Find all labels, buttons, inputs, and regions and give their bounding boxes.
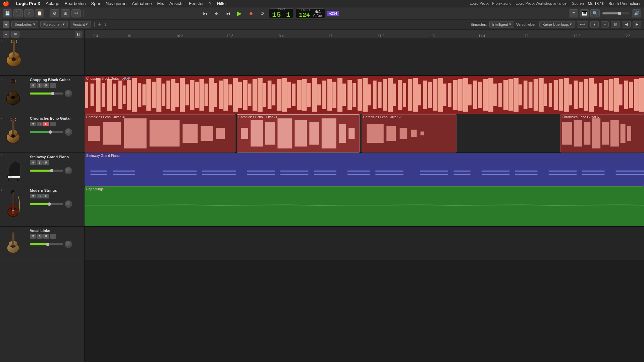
snap-btn[interactable]: ⟺ — [577, 21, 588, 27]
strings-fader[interactable] — [30, 203, 63, 205]
tempo-value[interactable]: 124 — [299, 12, 310, 18]
piano-fader[interactable] — [30, 170, 63, 172]
verschieben-label: Verschieben: — [516, 22, 538, 26]
funktionen-menu[interactable]: Funktionen ▾ — [40, 21, 67, 27]
strings-fader-knob[interactable] — [48, 202, 51, 206]
piano-pan[interactable] — [65, 167, 72, 174]
record-button[interactable]: ⏺ — [246, 9, 256, 17]
vocal-mute-btn[interactable]: M — [30, 234, 36, 239]
region-piano[interactable]: Steinway Grand Piano — [85, 153, 644, 186]
strings-record-btn[interactable]: R — [43, 194, 49, 198]
echo-record-btn[interactable]: R — [43, 122, 49, 126]
chopping-solo-btn[interactable]: S — [37, 83, 43, 88]
track-collapse-btn[interactable]: ◧ — [75, 31, 82, 38]
piano-mute-btn[interactable]: M — [30, 160, 36, 165]
echo-fader[interactable] — [30, 131, 63, 133]
region-echo-6[interactable]: Chronicles Echo Guitar.6 — [560, 114, 644, 153]
ruler-12-2: 12 2 — [574, 34, 580, 38]
tool-pointer[interactable]: ✛ — [98, 22, 102, 27]
mixer-button[interactable]: ≡ — [569, 9, 578, 17]
transport-position[interactable]: 15 1 — [272, 11, 291, 19]
output-button[interactable]: 🔊 — [632, 9, 641, 17]
piano-fader-knob[interactable] — [50, 169, 53, 172]
track-view-btn[interactable]: ⊞ — [11, 31, 19, 38]
grid-button[interactable]: ⊞ — [61, 9, 70, 17]
menu-mix[interactable]: Mix — [157, 1, 164, 6]
svg-rect-179 — [201, 126, 213, 141]
vocal-record-btn[interactable]: R — [43, 234, 49, 239]
strings-solo-btn[interactable]: S — [37, 194, 43, 198]
goto-start-button[interactable]: ⏮ — [223, 9, 233, 17]
svg-point-10 — [11, 42, 12, 43]
chopping-input-btn[interactable]: I — [50, 83, 56, 88]
vocal-fader[interactable] — [30, 243, 63, 245]
menu-bearbeiten[interactable]: Bearbeiten — [65, 1, 86, 6]
menu-navigieren[interactable]: Navigieren — [106, 1, 126, 6]
new-button[interactable]: ⬛ — [13, 9, 23, 17]
cycle-button[interactable]: ↺ — [258, 9, 267, 17]
menu-aufnahme[interactable]: Aufnahme — [132, 1, 152, 6]
nudge-right[interactable]: ▶ — [633, 21, 641, 27]
region-chopping[interactable]: Chopping Block Guitar 🔗🔗 — [85, 76, 644, 114]
vocal-fader-knob[interactable] — [46, 243, 49, 246]
menu-fenster[interactable]: Fenster — [189, 1, 204, 6]
help-button[interactable]: ? — [24, 9, 34, 17]
echo-pan[interactable] — [65, 128, 72, 136]
echo-fader-knob[interactable] — [49, 130, 52, 134]
vocal-pan[interactable] — [65, 241, 72, 248]
align-btn[interactable]: ⊟ — [611, 21, 620, 27]
vocal-solo-btn[interactable]: S — [37, 234, 43, 239]
strings-mute-btn[interactable]: M — [30, 194, 36, 198]
punch-button[interactable]: ♦234 — [327, 11, 339, 16]
svg-rect-78 — [166, 80, 170, 109]
apple-menu[interactable]: 🍎 — [3, 0, 9, 7]
chopping-pan[interactable] — [65, 90, 72, 97]
back-nav[interactable]: ◀ — [3, 21, 9, 28]
menu-hilfe[interactable]: Hilfe — [217, 1, 226, 6]
bearbeiten-menu[interactable]: Bearbeiten ▾ — [11, 21, 38, 27]
svg-rect-62 — [85, 82, 88, 108]
add-track-button[interactable]: + — [3, 31, 9, 38]
verschieben-select[interactable]: Keine Überlapp. ▾ — [539, 21, 575, 27]
gear-button[interactable]: ⚙ — [50, 9, 59, 17]
region-echo-23[interactable]: Chronicles Echo Guitar 23 — [362, 114, 457, 153]
save-button[interactable]: 💾 — [3, 9, 12, 17]
master-fader[interactable] — [602, 12, 629, 14]
piano-roll-button[interactable]: 🎹 — [580, 9, 589, 17]
region-strings[interactable]: Pop Strings — [85, 186, 644, 226]
menu-ablage[interactable]: Ablage — [46, 1, 59, 6]
vocal-input-btn[interactable]: I — [50, 234, 56, 239]
play-button[interactable]: ▶ — [235, 9, 244, 17]
tool-secondary[interactable]: ↕ — [104, 22, 107, 27]
settings-button[interactable]: 📋 — [35, 9, 44, 17]
chopping-fader-knob[interactable] — [51, 92, 54, 95]
region-echo-21[interactable]: Chronicles Echo Guitar.21 — [237, 114, 360, 153]
menu-spur[interactable]: Spur — [91, 1, 100, 6]
piano-record-btn[interactable]: R — [43, 160, 49, 165]
chopping-fader[interactable] — [30, 93, 63, 95]
rewind-button[interactable]: ⏮ — [201, 9, 210, 17]
svg-rect-75 — [152, 82, 156, 108]
nudge-left[interactable]: ◀ — [622, 21, 631, 27]
fast-forward-button[interactable]: ⏭ — [212, 9, 221, 17]
browser-button[interactable]: 🔍 — [590, 9, 600, 17]
scissors-button[interactable]: ✂ — [71, 9, 81, 17]
menu-ansicht[interactable]: Ansicht — [169, 1, 184, 6]
ansicht-menu[interactable]: Ansicht ▾ — [70, 21, 91, 27]
echo-mute-btn[interactable]: M — [30, 122, 36, 126]
region-echo-20[interactable]: Chronicles Echo Guitar.20 — [85, 114, 235, 153]
einrasten-select[interactable]: Intelligent ▾ — [489, 21, 514, 27]
menu-help-num[interactable]: ? — [209, 1, 211, 6]
chopping-record-btn[interactable]: R — [43, 83, 49, 88]
echo-input-btn[interactable]: I — [50, 122, 56, 126]
chopping-mute-btn[interactable]: M — [30, 83, 36, 88]
svg-rect-116 — [353, 83, 356, 107]
master-knob[interactable] — [618, 12, 621, 15]
strings-pan[interactable] — [65, 200, 72, 208]
svg-rect-139 — [468, 84, 472, 106]
echo-solo-btn[interactable]: S — [37, 122, 43, 126]
zoom-in[interactable]: + — [590, 21, 598, 27]
time-signature[interactable]: 4/4 — [315, 9, 321, 14]
zoom-out[interactable]: − — [601, 21, 609, 27]
piano-solo-btn[interactable]: S — [37, 160, 43, 165]
